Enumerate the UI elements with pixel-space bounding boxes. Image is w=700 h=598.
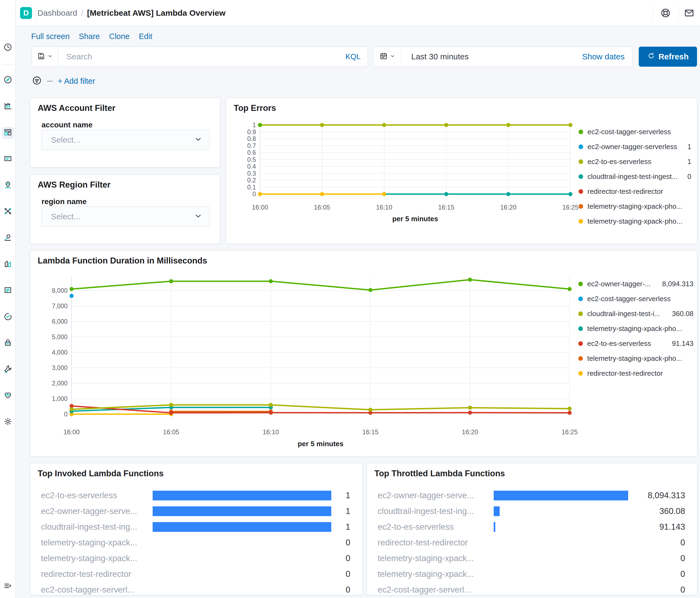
legend-item[interactable]: ec2-cost-tagger-serverless [578, 124, 691, 139]
lock-icon [3, 338, 12, 348]
legend-dot-icon [578, 174, 583, 179]
clone-button[interactable]: Clone [109, 32, 130, 41]
full-screen-button[interactable]: Full screen [31, 32, 70, 41]
sidebar-item-canvas[interactable] [2, 153, 14, 165]
sidebar-item-metrics[interactable] [2, 258, 14, 270]
legend-item[interactable]: ec2-to-es-serverless1 [578, 154, 691, 169]
bar-track [153, 585, 331, 595]
quick-select-time-button[interactable] [373, 47, 401, 67]
bar-list-row: cloudtrail-ingest-test-ing...360.08 [367, 503, 697, 519]
sidebar-item-management[interactable] [2, 416, 14, 428]
account-name-label: account name [42, 121, 93, 129]
sidebar-item-logs[interactable] [2, 284, 14, 297]
legend-item[interactable]: redirector-test-redirector [578, 184, 691, 199]
sidebar-item-dev-tools[interactable] [2, 364, 14, 375]
sidebar-item-siem[interactable] [2, 337, 14, 349]
chevron-down-icon [390, 53, 396, 60]
legend-label: cloudtrail-ingest-test-i... [587, 309, 660, 318]
sidebar-item-stack-monitoring[interactable] [2, 390, 14, 402]
bar-row-label: redirector-test-redirector [378, 538, 494, 548]
svg-text:16:25: 16:25 [562, 204, 578, 211]
bar[interactable] [494, 522, 495, 532]
legend-item[interactable]: ec2-owner-tagger-serverless1 [578, 139, 691, 154]
top-header: D Dashboard / [Metricbeat AWS] Lambda Ov… [16, 0, 700, 26]
legend-item[interactable]: telemetry-staging-xpack-pho... [578, 321, 694, 336]
legend-item[interactable]: cloudtrail-ingest-test-ingest...0 [578, 169, 691, 184]
account-name-select[interactable]: Select... [42, 130, 209, 150]
query-language-button[interactable]: KQL [338, 52, 368, 61]
edit-button[interactable]: Edit [139, 32, 152, 41]
logs-icon [3, 285, 12, 296]
sidebar-item-discover[interactable] [2, 74, 14, 86]
bar-list-row: ec2-owner-tagger-serve...1 [30, 503, 362, 519]
bar[interactable] [153, 491, 331, 500]
bar-row-value: 0 [331, 538, 350, 548]
sidebar-item-recently-viewed[interactable] [2, 42, 14, 54]
filter-icon[interactable] [32, 75, 42, 87]
mail-icon [684, 15, 695, 19]
svg-text:1: 1 [252, 121, 256, 128]
breadcrumb-dashboard-link[interactable]: Dashboard [38, 8, 77, 18]
sidebar-item-visualize[interactable] [2, 101, 14, 113]
legend-item[interactable]: redirector-test-redirector [578, 366, 694, 381]
legend-dot-icon [578, 189, 583, 194]
share-button[interactable]: Share [79, 32, 100, 41]
bar[interactable] [153, 506, 331, 516]
region-name-select[interactable]: Select... [42, 206, 209, 227]
legend-item[interactable]: ec2-owner-tagger-...8,094.313 [578, 276, 694, 292]
legend-item[interactable]: telemetry-staging-xpack-pho... [578, 214, 691, 229]
bar-list-row: ec2-to-es-serverless91.143 [367, 519, 697, 535]
bar[interactable] [153, 522, 331, 532]
panel-title: Top Invoked Lambda Functions [38, 469, 164, 478]
top-invoked-panel: Top Invoked Lambda Functions ec2-to-es-s… [30, 463, 362, 595]
bar-row-label: ec2-owner-tagger-serve... [41, 506, 153, 516]
legend-item[interactable]: ec2-to-es-serverless91.143 [578, 336, 694, 351]
sidebar-item-maps[interactable] [2, 179, 14, 191]
help-button[interactable] [660, 7, 671, 19]
svg-text:0.6: 0.6 [247, 149, 256, 156]
bar-row-label: ec2-cost-tagger-serverl... [41, 585, 153, 595]
bar-track [494, 553, 628, 563]
lambda-duration-legend: ec2-owner-tagger-...8,094.313ec2-cost-ta… [578, 276, 694, 381]
bar-track [153, 569, 331, 579]
bar-row-value: 8,094.313 [628, 491, 685, 500]
saved-query-button[interactable] [32, 47, 58, 67]
bar-row-label: ec2-to-es-serverless [41, 491, 153, 500]
search-input[interactable] [58, 52, 338, 61]
legend-label: redirector-test-redirector [588, 187, 663, 196]
date-picker: Last 30 minutes Show dates [373, 47, 632, 67]
sidebar-item-uptime[interactable] [2, 311, 14, 323]
svg-text:16:25: 16:25 [561, 428, 578, 435]
ml-icon [3, 206, 12, 217]
legend-dot-icon [578, 159, 583, 164]
legend-dot-icon [578, 145, 583, 149]
refresh-button[interactable]: Refresh [639, 47, 697, 67]
sidebar-item-dashboard[interactable] [2, 127, 14, 139]
top-errors-panel: Top Errors 16:0016:0516:1016:1516:2016:2… [226, 98, 697, 244]
legend-item[interactable]: cloudtrail-ingest-test-i...360.08 [578, 306, 694, 321]
time-range-value[interactable]: Last 30 minutes [401, 52, 582, 61]
dashboard-app-badge[interactable]: D [20, 7, 32, 19]
bar[interactable] [494, 506, 500, 516]
add-filter-button[interactable]: + Add filter [58, 77, 95, 86]
legend-item[interactable]: telemetry-staging-xpack-pho... [578, 199, 691, 214]
legend-item[interactable]: telemetry-staging-xpack-pho... [578, 351, 694, 366]
newsfeed-button[interactable] [684, 7, 695, 19]
svg-text:16:00: 16:00 [64, 428, 80, 435]
show-dates-button[interactable]: Show dates [582, 52, 632, 61]
collapse-navigation-button[interactable] [2, 580, 14, 592]
legend-item[interactable]: ec2-cost-tagger-serverless [578, 292, 694, 306]
top-throttled-list: ec2-owner-tagger-serve...8,094.313cloudt… [367, 488, 697, 598]
bar[interactable] [494, 491, 628, 500]
svg-text:1,000: 1,000 [52, 395, 68, 402]
legend-label: cloudtrail-ingest-test-ingest... [588, 172, 677, 181]
sidebar-item-machine-learning[interactable] [2, 206, 14, 218]
chevron-down-icon [194, 135, 209, 145]
legend-value: 1 [688, 157, 691, 166]
svg-text:0.1: 0.1 [247, 184, 256, 191]
svg-text:0.7: 0.7 [247, 142, 256, 149]
sidebar-item-graph[interactable] [2, 232, 14, 244]
bar-list-row: ec2-cost-tagger-serverl...0 [367, 582, 697, 598]
bar-row-value: 0 [331, 585, 350, 595]
save-icon [37, 52, 46, 61]
